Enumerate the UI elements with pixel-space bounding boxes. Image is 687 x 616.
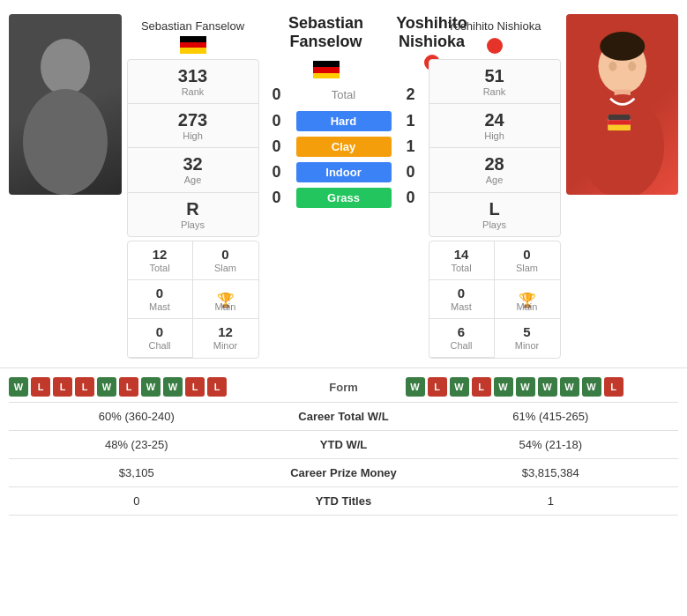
right-slam-label: Slam	[498, 263, 556, 274]
total-score-row: 0 Total 2	[265, 85, 423, 104]
left-chall-label: Chall	[131, 340, 189, 352]
right-player-name: Yoshihito Nishioka	[448, 19, 541, 33]
left-form-badges: WLLLWLWWLL	[9, 377, 282, 397]
right-form-badge-l: L	[428, 377, 447, 397]
right-plays-label: Plays	[433, 219, 556, 231]
score-row-clay: 0 Clay 1	[265, 135, 423, 159]
hard-score-left: 0	[265, 112, 289, 130]
left-center-flag	[273, 55, 379, 78]
right-rank-label: Rank	[433, 86, 556, 98]
stats-row-right-3: 1	[423, 494, 679, 508]
left-form-badge-l: L	[31, 377, 50, 397]
left-main-cell: 🏆 0 Main	[193, 280, 258, 319]
indoor-surface-btn: Indoor	[296, 162, 392, 182]
right-total-value: 14	[433, 247, 490, 263]
right-high-value: 24	[433, 109, 556, 130]
stats-row-left-1: 48% (23-25)	[9, 438, 265, 451]
svg-point-5	[609, 62, 616, 71]
svg-rect-10	[608, 115, 631, 120]
right-trophy-icon: 🏆	[519, 291, 536, 308]
right-form-badge-w: W	[450, 377, 469, 397]
right-form-badges: WLWLWWWWWL	[406, 377, 679, 397]
right-chall-label: Chall	[433, 340, 490, 352]
right-form-badge-w: W	[516, 377, 535, 397]
stats-table: 60% (360-240)Career Total W/L61% (415-26…	[9, 402, 678, 516]
left-chall-value: 0	[131, 324, 189, 340]
left-rank-label: Rank	[131, 86, 255, 98]
right-main-cell: 🏆 3 Main	[495, 280, 560, 319]
left-age-value: 32	[131, 153, 255, 174]
indoor-score-right: 0	[399, 163, 423, 182]
right-player-info: Yoshihito Nishioka 51 Rank 24 High 28 Ag…	[429, 14, 561, 359]
left-high-label: High	[131, 130, 255, 142]
right-form-badge-l: L	[604, 377, 624, 397]
right-form-badge-l: L	[472, 377, 491, 397]
right-player-flag	[487, 38, 503, 54]
top-section: Sebastian Fanselow 313 Rank 273 High 32	[0, 0, 687, 367]
right-form-badge-w: W	[560, 377, 579, 397]
left-form-badge-l: L	[185, 377, 205, 397]
right-mast-label: Mast	[433, 301, 490, 313]
stats-row-right-1: 54% (21-18)	[423, 438, 679, 451]
grass-score-left: 0	[265, 189, 289, 207]
left-plays-cell: R Plays	[128, 193, 258, 236]
right-minor-value: 5	[498, 324, 556, 340]
stats-row-3: 0YTD Titles1	[9, 487, 678, 516]
right-total-cell: 14 Total	[429, 241, 495, 280]
left-mast-value: 0	[131, 286, 189, 301]
left-form-badge-w: W	[9, 377, 28, 397]
clay-score-left: 0	[265, 137, 289, 156]
stats-row-center-2: Career Prize Money	[265, 466, 423, 479]
left-plays-label: Plays	[131, 219, 255, 231]
left-age-label: Age	[131, 174, 255, 186]
left-form-badge-l: L	[207, 377, 227, 397]
svg-point-4	[600, 32, 645, 61]
left-minor-label: Minor	[197, 340, 255, 352]
right-high-cell: 24 High	[429, 104, 560, 148]
right-age-cell: 28 Age	[429, 148, 560, 192]
right-plays-value: L	[433, 198, 556, 219]
grass-score-right: 0	[399, 189, 423, 207]
left-mast-cell: 0 Mast	[128, 280, 193, 319]
center-panel: SebastianFanselow YoshihitoNishioka	[265, 14, 423, 212]
left-rank-value: 313	[131, 65, 255, 86]
right-player-photo	[566, 14, 679, 195]
score-row-indoor: 0 Indoor 0	[265, 160, 423, 184]
left-slam-label: Slam	[197, 263, 255, 274]
stats-row-0: 60% (360-240)Career Total W/L61% (415-26…	[9, 403, 678, 431]
bottom-section: WLLLWLWWLL Form WLWLWWWWWL 60% (360-240)…	[0, 367, 687, 516]
stats-row-center-1: YTD W/L	[265, 438, 423, 451]
left-high-value: 273	[131, 109, 255, 130]
stats-row-left-2: $3,105	[9, 466, 265, 479]
left-form-badge-w: W	[163, 377, 183, 397]
left-player-info: Sebastian Fanselow 313 Rank 273 High 32	[127, 14, 259, 359]
left-trophy-icon: 🏆	[217, 291, 235, 308]
left-form-badge-l: L	[75, 377, 94, 397]
grass-surface-btn: Grass	[296, 188, 392, 208]
left-form-badge-w: W	[97, 377, 116, 397]
left-total-cell: 12 Total	[128, 241, 193, 280]
right-chall-value: 6	[433, 324, 490, 340]
right-rank-value: 51	[433, 65, 556, 86]
left-player-photo	[9, 14, 122, 195]
stats-row-left-3: 0	[9, 494, 265, 508]
score-row-grass: 0 Grass 0	[265, 186, 423, 210]
stats-row-right-2: $3,815,384	[423, 466, 679, 479]
right-rank-cell: 51 Rank	[429, 60, 560, 104]
clay-surface-btn: Clay	[296, 137, 392, 157]
right-age-value: 28	[433, 153, 556, 174]
left-rank-cell: 313 Rank	[128, 60, 258, 104]
main-container: Sebastian Fanselow 313 Rank 273 High 32	[0, 0, 687, 616]
svg-point-8	[580, 94, 664, 195]
right-age-label: Age	[433, 174, 556, 186]
stats-row-center-3: YTD Titles	[265, 494, 423, 508]
left-slam-value: 0	[197, 247, 255, 263]
score-row-hard: 0 Hard 1	[265, 109, 423, 133]
svg-point-6	[628, 62, 636, 71]
right-mast-value: 0	[433, 286, 490, 301]
right-form-badge-w: W	[538, 377, 557, 397]
svg-rect-11	[608, 120, 631, 124]
stats-row-2: $3,105Career Prize Money$3,815,384	[9, 459, 678, 487]
left-high-cell: 273 High	[128, 104, 258, 148]
svg-rect-12	[608, 125, 631, 130]
